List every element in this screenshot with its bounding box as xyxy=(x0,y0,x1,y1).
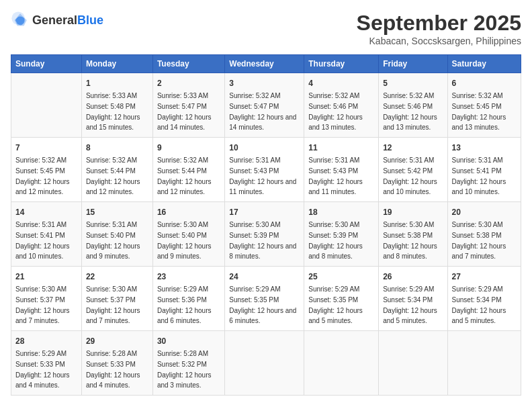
calendar-cell xyxy=(447,331,521,396)
day-number: 8 xyxy=(86,142,148,154)
week-row-1: 1Sunrise: 5:33 AMSunset: 5:48 PMDaylight… xyxy=(11,73,521,138)
calendar-cell: 20Sunrise: 5:30 AMSunset: 5:38 PMDayligh… xyxy=(447,202,521,267)
day-number: 23 xyxy=(157,271,220,283)
sunrise-info: Sunrise: 5:32 AMSunset: 5:44 PMDaylight:… xyxy=(157,156,212,195)
calendar-cell: 11Sunrise: 5:31 AMSunset: 5:43 PMDayligh… xyxy=(304,138,379,202)
header: GeneralBlue September 2025 Kabacan, Socc… xyxy=(11,11,521,46)
calendar-cell xyxy=(304,331,379,396)
day-number: 13 xyxy=(452,142,517,154)
subtitle: Kabacan, Soccsksargen, Philippines xyxy=(357,36,521,46)
sunrise-info: Sunrise: 5:31 AMSunset: 5:40 PMDaylight:… xyxy=(86,221,140,260)
sunrise-info: Sunrise: 5:31 AMSunset: 5:43 PMDaylight:… xyxy=(229,156,296,195)
day-header-saturday: Saturday xyxy=(447,55,521,73)
calendar-cell: 22Sunrise: 5:30 AMSunset: 5:37 PMDayligh… xyxy=(81,267,152,331)
sunrise-info: Sunrise: 5:29 AMSunset: 5:34 PMDaylight:… xyxy=(452,285,506,324)
day-header-sunday: Sunday xyxy=(11,55,82,73)
calendar-cell: 30Sunrise: 5:28 AMSunset: 5:32 PMDayligh… xyxy=(152,331,224,396)
sunrise-info: Sunrise: 5:32 AMSunset: 5:46 PMDaylight:… xyxy=(383,92,437,131)
day-header-thursday: Thursday xyxy=(304,55,379,73)
sunrise-info: Sunrise: 5:29 AMSunset: 5:36 PMDaylight:… xyxy=(157,285,212,324)
day-number: 2 xyxy=(157,77,220,89)
day-number: 9 xyxy=(157,142,220,154)
day-number: 6 xyxy=(452,77,517,89)
calendar-cell: 13Sunrise: 5:31 AMSunset: 5:41 PMDayligh… xyxy=(447,138,521,202)
day-header-friday: Friday xyxy=(379,55,447,73)
sunrise-info: Sunrise: 5:32 AMSunset: 5:47 PMDaylight:… xyxy=(229,92,296,131)
calendar-cell xyxy=(379,331,447,396)
sunrise-info: Sunrise: 5:30 AMSunset: 5:38 PMDaylight:… xyxy=(383,221,437,260)
sunrise-info: Sunrise: 5:29 AMSunset: 5:34 PMDaylight:… xyxy=(383,285,437,324)
sunrise-info: Sunrise: 5:28 AMSunset: 5:33 PMDaylight:… xyxy=(86,350,140,389)
week-row-2: 7Sunrise: 5:32 AMSunset: 5:45 PMDaylight… xyxy=(11,138,521,202)
day-number: 28 xyxy=(15,335,77,347)
calendar-cell: 2Sunrise: 5:33 AMSunset: 5:47 PMDaylight… xyxy=(152,73,224,138)
day-number: 16 xyxy=(157,206,220,218)
calendar-cell: 28Sunrise: 5:29 AMSunset: 5:33 PMDayligh… xyxy=(11,331,82,396)
day-number: 20 xyxy=(452,206,517,218)
day-number: 29 xyxy=(86,335,148,347)
calendar-cell: 23Sunrise: 5:29 AMSunset: 5:36 PMDayligh… xyxy=(152,267,224,331)
day-number: 26 xyxy=(383,271,443,283)
day-number: 18 xyxy=(308,206,374,218)
calendar-cell: 6Sunrise: 5:32 AMSunset: 5:45 PMDaylight… xyxy=(447,73,521,138)
calendar-table: SundayMondayTuesdayWednesdayThursdayFrid… xyxy=(11,54,521,396)
logo-icon xyxy=(11,11,30,30)
calendar-cell: 18Sunrise: 5:30 AMSunset: 5:39 PMDayligh… xyxy=(304,202,379,267)
calendar-cell: 26Sunrise: 5:29 AMSunset: 5:34 PMDayligh… xyxy=(379,267,447,331)
calendar-cell: 1Sunrise: 5:33 AMSunset: 5:48 PMDaylight… xyxy=(81,73,152,138)
calendar-cell: 24Sunrise: 5:29 AMSunset: 5:35 PMDayligh… xyxy=(225,267,304,331)
sunrise-info: Sunrise: 5:33 AMSunset: 5:48 PMDaylight:… xyxy=(86,92,140,131)
calendar-cell: 8Sunrise: 5:32 AMSunset: 5:44 PMDaylight… xyxy=(81,138,152,202)
sunrise-info: Sunrise: 5:30 AMSunset: 5:40 PMDaylight:… xyxy=(157,221,212,260)
sunrise-info: Sunrise: 5:29 AMSunset: 5:35 PMDaylight:… xyxy=(308,285,363,324)
week-row-5: 28Sunrise: 5:29 AMSunset: 5:33 PMDayligh… xyxy=(11,331,521,396)
sunrise-info: Sunrise: 5:30 AMSunset: 5:37 PMDaylight:… xyxy=(86,285,140,324)
calendar-cell: 17Sunrise: 5:30 AMSunset: 5:39 PMDayligh… xyxy=(225,202,304,267)
calendar-cell: 25Sunrise: 5:29 AMSunset: 5:35 PMDayligh… xyxy=(304,267,379,331)
day-number: 4 xyxy=(308,77,374,89)
day-number: 10 xyxy=(229,142,300,154)
sunrise-info: Sunrise: 5:30 AMSunset: 5:38 PMDaylight:… xyxy=(452,221,506,260)
day-number: 25 xyxy=(308,271,374,283)
title-area: September 2025 Kabacan, Soccsksargen, Ph… xyxy=(357,11,521,46)
calendar-cell: 29Sunrise: 5:28 AMSunset: 5:33 PMDayligh… xyxy=(81,331,152,396)
day-number: 3 xyxy=(229,77,300,89)
day-number: 22 xyxy=(86,271,148,283)
day-number: 14 xyxy=(15,206,77,218)
sunrise-info: Sunrise: 5:32 AMSunset: 5:45 PMDaylight:… xyxy=(15,156,70,195)
sunrise-info: Sunrise: 5:30 AMSunset: 5:39 PMDaylight:… xyxy=(229,221,296,260)
calendar-cell: 12Sunrise: 5:31 AMSunset: 5:42 PMDayligh… xyxy=(379,138,447,202)
sunrise-info: Sunrise: 5:29 AMSunset: 5:35 PMDaylight:… xyxy=(229,285,296,324)
day-number: 27 xyxy=(452,271,517,283)
calendar-cell: 15Sunrise: 5:31 AMSunset: 5:40 PMDayligh… xyxy=(81,202,152,267)
calendar-cell: 14Sunrise: 5:31 AMSunset: 5:41 PMDayligh… xyxy=(11,202,82,267)
day-number: 17 xyxy=(229,206,300,218)
day-number: 15 xyxy=(86,206,148,218)
day-header-monday: Monday xyxy=(81,55,152,73)
day-number: 1 xyxy=(86,77,148,89)
sunrise-info: Sunrise: 5:33 AMSunset: 5:47 PMDaylight:… xyxy=(157,92,212,131)
calendar-cell: 19Sunrise: 5:30 AMSunset: 5:38 PMDayligh… xyxy=(379,202,447,267)
week-row-3: 14Sunrise: 5:31 AMSunset: 5:41 PMDayligh… xyxy=(11,202,521,267)
day-number: 24 xyxy=(229,271,300,283)
week-row-4: 21Sunrise: 5:30 AMSunset: 5:37 PMDayligh… xyxy=(11,267,521,331)
day-number: 21 xyxy=(15,271,77,283)
logo: GeneralBlue xyxy=(11,11,103,30)
calendar-cell xyxy=(11,73,82,138)
calendar-cell: 21Sunrise: 5:30 AMSunset: 5:37 PMDayligh… xyxy=(11,267,82,331)
day-number: 12 xyxy=(383,142,443,154)
sunrise-info: Sunrise: 5:32 AMSunset: 5:45 PMDaylight:… xyxy=(452,92,506,131)
sunrise-info: Sunrise: 5:31 AMSunset: 5:43 PMDaylight:… xyxy=(308,156,363,195)
sunrise-info: Sunrise: 5:30 AMSunset: 5:39 PMDaylight:… xyxy=(308,221,363,260)
sunrise-info: Sunrise: 5:31 AMSunset: 5:41 PMDaylight:… xyxy=(15,221,70,260)
calendar-cell: 7Sunrise: 5:32 AMSunset: 5:45 PMDaylight… xyxy=(11,138,82,202)
calendar-cell: 4Sunrise: 5:32 AMSunset: 5:46 PMDaylight… xyxy=(304,73,379,138)
calendar-cell: 9Sunrise: 5:32 AMSunset: 5:44 PMDaylight… xyxy=(152,138,224,202)
day-number: 11 xyxy=(308,142,374,154)
calendar-cell: 5Sunrise: 5:32 AMSunset: 5:46 PMDaylight… xyxy=(379,73,447,138)
calendar-cell: 27Sunrise: 5:29 AMSunset: 5:34 PMDayligh… xyxy=(447,267,521,331)
calendar-cell: 10Sunrise: 5:31 AMSunset: 5:43 PMDayligh… xyxy=(225,138,304,202)
sunrise-info: Sunrise: 5:31 AMSunset: 5:42 PMDaylight:… xyxy=(383,156,437,195)
day-header-wednesday: Wednesday xyxy=(225,55,304,73)
days-header-row: SundayMondayTuesdayWednesdayThursdayFrid… xyxy=(11,55,521,73)
